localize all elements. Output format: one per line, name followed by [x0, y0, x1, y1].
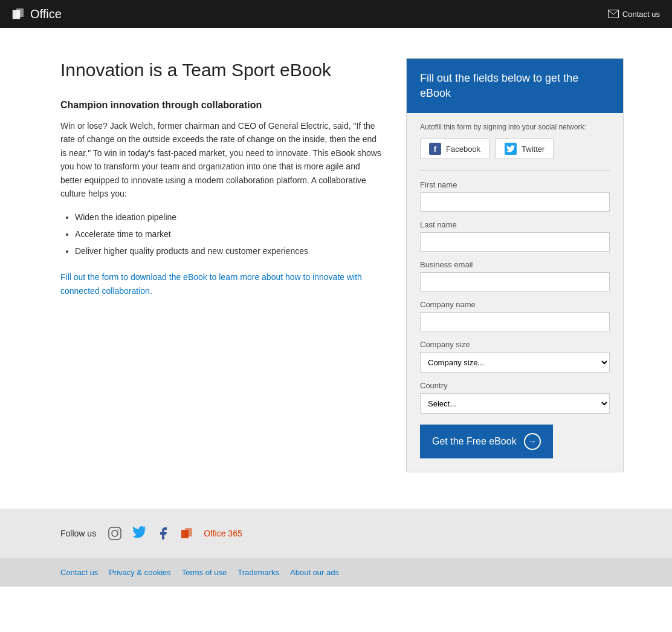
- list-item: Widen the ideation pipeline: [75, 212, 382, 222]
- first-name-label: First name: [420, 180, 610, 189]
- form-header-title: Fill out the fields below to get the eBo…: [420, 71, 610, 101]
- autofill-text: Autofill this form by signing into your …: [420, 123, 610, 131]
- svg-rect-8: [185, 528, 192, 536]
- cta-text: Fill out the form to download the eBook …: [60, 270, 382, 298]
- site-header: Office Contact us: [0, 0, 672, 28]
- footer-trademarks-link[interactable]: Trademarks: [237, 568, 279, 577]
- last-name-label: Last name: [420, 220, 610, 229]
- country-label: Country: [420, 381, 610, 390]
- business-email-input[interactable]: [420, 272, 610, 292]
- follow-us-label: Follow us: [60, 529, 96, 538]
- instagram-icon[interactable]: [107, 526, 123, 541]
- first-name-input[interactable]: [420, 192, 610, 212]
- first-name-group: First name: [420, 180, 610, 212]
- social-buttons: f Facebook Twitter: [420, 138, 610, 159]
- list-item: Accelerate time to market: [75, 229, 382, 239]
- footer-social: Follow us Office 365: [0, 509, 672, 558]
- footer-links: Contact us Privacy & cookies Terms of us…: [0, 558, 672, 587]
- company-size-label: Company size: [420, 340, 610, 349]
- svg-rect-4: [109, 527, 121, 539]
- footer-privacy-link[interactable]: Privacy & cookies: [109, 568, 171, 577]
- content-body: Win or lose? Jack Welch, former chairman…: [60, 119, 382, 200]
- business-email-group: Business email: [420, 260, 610, 292]
- main-content: Innovation is a Team Sport eBook Champio…: [0, 28, 672, 509]
- twitter-icon: [505, 143, 517, 155]
- office-logo-icon: [12, 7, 25, 21]
- mail-icon: [608, 10, 619, 18]
- list-item: Deliver higher quality products and new …: [75, 246, 382, 256]
- office365-link[interactable]: Office 365: [204, 529, 242, 538]
- svg-point-5: [112, 530, 118, 536]
- form-body: Autofill this form by signing into your …: [407, 113, 623, 472]
- form-header: Fill out the fields below to get the eBo…: [407, 59, 623, 113]
- company-name-input[interactable]: [420, 312, 610, 331]
- twitter-footer-icon[interactable]: [131, 526, 147, 541]
- page-title: Innovation is a Team Sport eBook: [60, 58, 382, 82]
- company-name-group: Company name: [420, 300, 610, 331]
- facebook-label: Facebook: [446, 145, 480, 154]
- business-email-label: Business email: [420, 260, 610, 269]
- footer-contact-link[interactable]: Contact us: [60, 568, 98, 577]
- contact-us-label: Contact us: [622, 10, 660, 19]
- footer-terms-link[interactable]: Terms of use: [182, 568, 227, 577]
- last-name-group: Last name: [420, 220, 610, 252]
- submit-label: Get the Free eBook: [432, 436, 517, 447]
- svg-point-6: [118, 530, 119, 531]
- twitter-autofill-button[interactable]: Twitter: [496, 138, 554, 159]
- facebook-footer-icon[interactable]: [155, 526, 171, 541]
- last-name-input[interactable]: [420, 232, 610, 252]
- twitter-label: Twitter: [522, 145, 544, 154]
- facebook-autofill-button[interactable]: f Facebook: [420, 138, 489, 159]
- submit-button[interactable]: Get the Free eBook →: [420, 425, 553, 458]
- contact-us-link[interactable]: Contact us: [608, 10, 660, 19]
- bullet-list: Widen the ideation pipeline Accelerate t…: [60, 212, 382, 256]
- company-size-group: Company size Company size... 1-10 11-50 …: [420, 340, 610, 373]
- content-subtitle: Champion innovation through collaboratio…: [60, 100, 382, 111]
- footer-ads-link[interactable]: About our ads: [290, 568, 339, 577]
- arrow-icon: →: [524, 433, 541, 450]
- company-size-select[interactable]: Company size... 1-10 11-50 51-200 201-50…: [420, 352, 610, 373]
- form-panel: Fill out the fields below to get the eBo…: [406, 58, 624, 472]
- office-logo-text: Office: [30, 7, 62, 21]
- office365-label: Office 365: [204, 529, 242, 538]
- content-area: Innovation is a Team Sport eBook Champio…: [60, 58, 382, 472]
- office-logo[interactable]: Office: [12, 7, 62, 21]
- country-group: Country Select... United States United K…: [420, 381, 610, 414]
- form-divider: [420, 170, 610, 171]
- office365-icon: [179, 526, 195, 541]
- company-name-label: Company name: [420, 300, 610, 309]
- country-select[interactable]: Select... United States United Kingdom C…: [420, 393, 610, 414]
- facebook-icon: f: [429, 143, 441, 155]
